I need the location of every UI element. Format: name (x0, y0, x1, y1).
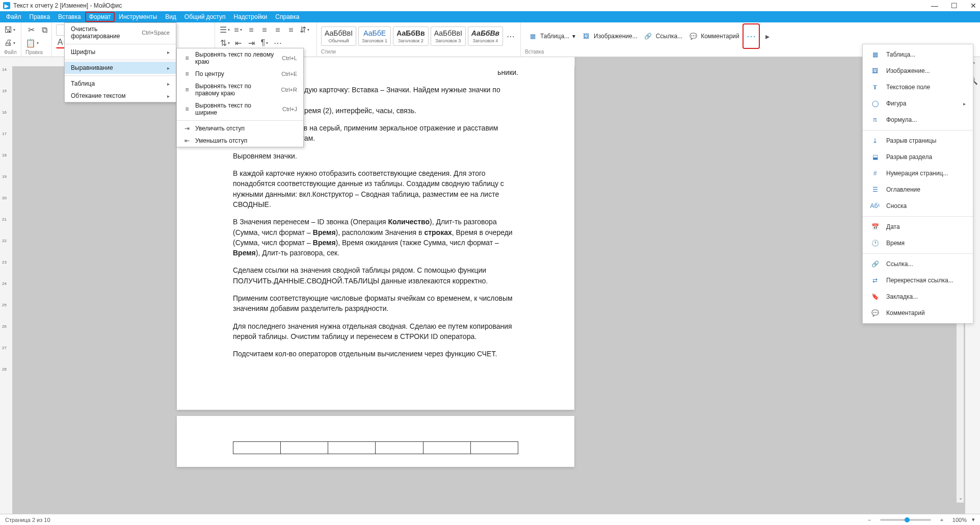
cut-button[interactable]: ✂ (25, 24, 37, 36)
insert-panel-toc[interactable]: ☰Оглавление (863, 181, 973, 198)
style-h1[interactable]: АаБбЕЗаголовок 1 (358, 27, 391, 46)
formula-icon: π (870, 115, 880, 124)
save-button[interactable]: 🖫▾ (4, 24, 15, 36)
close-button[interactable]: ✕ (970, 2, 977, 9)
format-alignment[interactable]: Выравнивание▸ (65, 62, 176, 74)
insert-panel-footnote[interactable]: Аб¹Сноска (863, 198, 973, 214)
insert-panel-textbox[interactable]: 𝐓Текстовое поле (863, 79, 973, 95)
valign-button[interactable]: ⇵▾ (299, 24, 310, 36)
insert-panel-pagebreak[interactable]: ⤓Разрыв страницы (863, 133, 973, 149)
insert-panel-shape[interactable]: ◯Фигура▸ (863, 95, 973, 112)
insert-panel-date[interactable]: 📅Дата (863, 219, 973, 235)
style-normal[interactable]: АаБбВвIОбычный (321, 27, 356, 46)
line-spacing-button[interactable]: ⇅▾ (219, 37, 230, 48)
menu-help[interactable]: Справка (271, 12, 303, 22)
style-h4[interactable]: АаБбВвЗаголовок 4 (468, 27, 503, 46)
window-title: Текст к отчету 2 [Изменен] - МойОфис (13, 2, 122, 9)
comment-icon: 💬 (688, 32, 698, 41)
maximize-button[interactable]: ☐ (950, 2, 958, 9)
minimize-button[interactable]: — (931, 2, 938, 9)
table-icon: ▦ (870, 50, 880, 59)
align-left-button[interactable]: ≡ (246, 24, 257, 36)
format-fonts[interactable]: Шрифты▸ (65, 46, 176, 58)
align-center-button[interactable]: ≡ (259, 24, 270, 36)
insert-panel-bookmark[interactable]: 🔖Закладка... (863, 288, 973, 305)
zoom-dropdown[interactable]: ▾ (972, 516, 975, 523)
menu-share[interactable]: Общий доступ (180, 12, 230, 22)
insert-table-button[interactable]: ▦Таблица...▾ (525, 23, 578, 49)
menu-file[interactable]: Файл (2, 12, 25, 22)
pagebreak-icon: ⤓ (870, 136, 880, 145)
menu-addons[interactable]: Надстройки (229, 12, 271, 22)
alignment-submenu: ≡Выровнять текст по левому краюCtrl+L ≡П… (176, 48, 304, 147)
footnote-icon: Аб¹ (870, 201, 880, 211)
insert-panel-table[interactable]: ▦Таблица... (863, 46, 973, 63)
menu-format[interactable]: Формат (85, 12, 115, 22)
outdent-icon: ⇤ (183, 137, 191, 144)
show-marks-button[interactable]: ¶▾ (259, 37, 270, 48)
indent-button[interactable]: ⇥ (246, 37, 257, 48)
align-justify-item[interactable]: ≡Выровнять текст по ширинеCtrl+J (177, 99, 303, 119)
align-justify-button[interactable]: ≡ (285, 24, 297, 36)
align-right-icon: ≡ (183, 86, 191, 93)
insert-panel-image[interactable]: 🖼Изображение... (863, 63, 973, 79)
body-text: В каждой карточке нужно отобразить соотв… (233, 168, 518, 209)
insert-panel-pagenum[interactable]: #Нумерация страниц... (863, 165, 973, 181)
insert-panel-time[interactable]: 🕐Время (863, 235, 973, 251)
link-icon: 🔗 (644, 32, 653, 41)
align-center-item[interactable]: ≡По центруCtrl+E (177, 68, 303, 80)
print-button[interactable]: 🖨▾ (4, 37, 15, 48)
copy-button[interactable]: ⧉ (39, 24, 50, 36)
pagenum-icon: # (870, 169, 880, 178)
style-h2[interactable]: АаБбВвЗаголовок 2 (393, 27, 429, 46)
insert-panel-comment[interactable]: 💬Комментарий (863, 305, 973, 321)
bullets-button[interactable]: ☰▾ (219, 24, 230, 36)
zoom-in-button[interactable]: + (936, 514, 947, 526)
image-icon: 🖼 (581, 32, 591, 41)
group-file-label: Файл (4, 49, 17, 57)
menubar: Файл Правка Вставка Формат Инструменты В… (0, 11, 980, 22)
menu-view[interactable]: Вид (161, 12, 180, 22)
indent-increase-item[interactable]: ⇥Увеличить отступ (177, 122, 303, 135)
numbering-button[interactable]: ≡▾ (232, 24, 244, 36)
insert-image-button[interactable]: 🖼Изображение... (578, 23, 641, 49)
document-page-2[interactable] (177, 416, 574, 467)
page-indicator[interactable]: Страница 2 из 10 (5, 517, 50, 523)
indent-decrease-item[interactable]: ⇤Уменьшить отступ (177, 135, 303, 147)
align-right-item[interactable]: ≡Выровнять текст по правому краюCtrl+R (177, 80, 303, 99)
align-left-item[interactable]: ≡Выровнять текст по левому краюCtrl+L (177, 48, 303, 68)
vertical-ruler[interactable]: 141516171819202122232425262728 (0, 57, 12, 514)
menu-edit[interactable]: Правка (25, 12, 55, 22)
group-styles-label: Стили (321, 49, 516, 56)
date-icon: 📅 (870, 222, 880, 231)
insert-more-button[interactable]: ⋯ (743, 23, 760, 49)
document-table[interactable] (233, 441, 518, 454)
style-h3[interactable]: АаБбВвIЗаголовок 3 (431, 27, 466, 46)
insert-panel-crossref[interactable]: ⇄Перекрестная ссылка... (863, 272, 973, 288)
align-right-button[interactable]: ≡ (272, 24, 283, 36)
insert-panel-sectionbreak[interactable]: ⬓Разрыв раздела (863, 149, 973, 165)
body-text: Подсчитаем кол-во операторов отдельным в… (233, 349, 518, 359)
more-para-button[interactable]: ⋯ (272, 37, 283, 48)
insert-panel-formula[interactable]: πФормула... (863, 112, 973, 128)
align-justify-icon: ≡ (183, 106, 191, 113)
format-textwrap[interactable]: Обтекание текстом▸ (65, 90, 176, 102)
group-edit-label: Правка (25, 49, 47, 57)
zoom-value[interactable]: 100% (952, 517, 967, 523)
format-table[interactable]: Таблица▸ (65, 77, 176, 90)
app-icon: ▶ (3, 2, 10, 9)
zoom-slider[interactable] (880, 519, 931, 521)
format-clear[interactable]: Очистить форматированиеCtrl+Space (65, 23, 176, 42)
insert-link-button[interactable]: 🔗Ссылка... (641, 23, 685, 49)
insert-comment-button[interactable]: 💬Комментарий (685, 23, 743, 49)
paste-button[interactable]: 📋▾ (25, 37, 39, 48)
body-text: В Значения перенесем – ID звонка (Операц… (233, 217, 518, 258)
outdent-button[interactable]: ⇤ (232, 37, 244, 48)
styles-more-button[interactable]: ⋯ (505, 31, 516, 42)
toolbar-expand-button[interactable]: ▸ (762, 31, 773, 42)
insert-panel-link[interactable]: 🔗Ссылка... (863, 256, 973, 272)
menu-tools[interactable]: Инструменты (115, 12, 161, 22)
zoom-out-button[interactable]: − (864, 514, 875, 526)
menu-insert[interactable]: Вставка (54, 12, 85, 22)
scroll-down-button[interactable]: ⌄ (959, 495, 963, 501)
